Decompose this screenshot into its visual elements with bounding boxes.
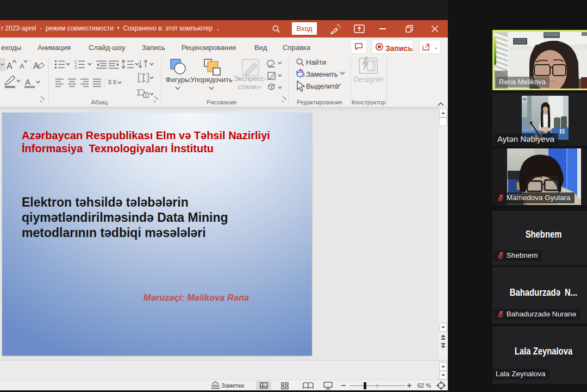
svg-text:Выделить: Выделить — [306, 82, 339, 90]
svg-text:Упорядочить: Упорядочить — [190, 76, 233, 84]
svg-text:A: A — [7, 61, 13, 71]
svg-text:стили: стили — [238, 83, 257, 91]
svg-text:Рисование: Рисование — [207, 99, 236, 105]
svg-text:Заметки: Заметки — [221, 382, 244, 389]
svg-text:c: c — [302, 72, 305, 78]
svg-text:3: 3 — [74, 66, 77, 70]
svg-text:Фигуры: Фигуры — [166, 76, 190, 84]
svg-text:A: A — [25, 77, 30, 86]
svg-text:Найти: Найти — [306, 58, 326, 66]
svg-text:Заменить: Заменить — [306, 70, 338, 78]
svg-text:Конструктор: Конструктор — [352, 99, 386, 105]
svg-text:62 %: 62 % — [417, 382, 431, 389]
svg-text:A: A — [20, 62, 24, 70]
svg-text:Абзац: Абзац — [91, 99, 109, 105]
svg-text:Экспресс-: Экспресс- — [234, 74, 267, 83]
svg-text:Редактирование: Редактирование — [297, 99, 342, 105]
svg-text:Designer: Designer — [353, 75, 384, 84]
